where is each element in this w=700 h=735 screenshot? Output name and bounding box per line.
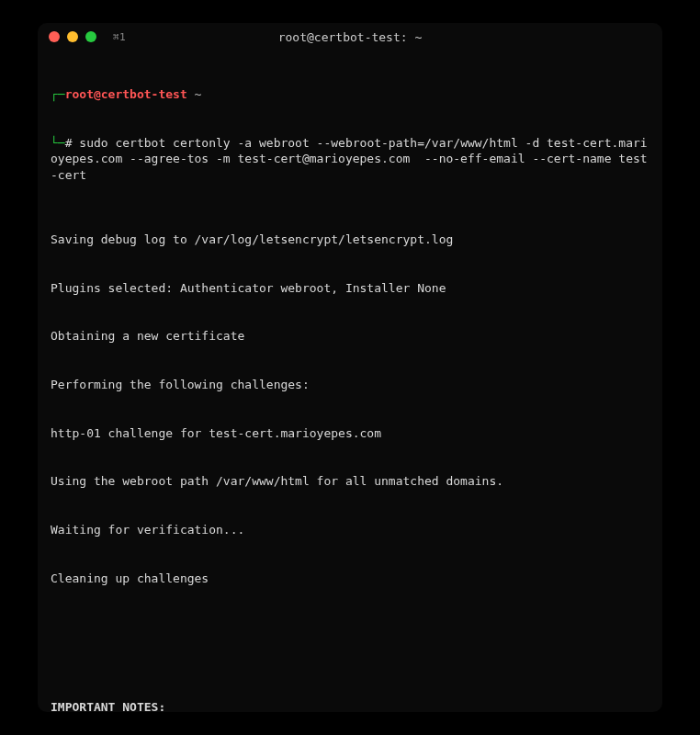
output-line: Performing the following challenges:	[51, 377, 649, 393]
prompt-marker-icon: ┌─	[51, 87, 65, 101]
prompt-user-host: root@certbot-test	[65, 87, 187, 101]
output-line: Plugins selected: Authenticator webroot,…	[51, 280, 649, 297]
prompt-hash: #	[65, 136, 80, 150]
blank-line	[51, 635, 649, 651]
output-line: Saving debug log to /var/log/letsencrypt…	[51, 232, 649, 248]
output-line: Using the webroot path /var/www/html for…	[51, 473, 649, 490]
command-text: sudo certbot certonly -a webroot --webro…	[51, 136, 648, 182]
prompt-path: ~	[187, 87, 202, 101]
tab-shortcut-label: ⌘1	[113, 31, 126, 43]
notes-header: IMPORTANT NOTES:	[51, 699, 649, 712]
terminal-body[interactable]: ┌─root@certbot-test ~ └─# sudo certbot c…	[38, 51, 662, 712]
command-line: └─# sudo certbot certonly -a webroot --w…	[51, 135, 649, 184]
output-line: http-01 challenge for test-cert.marioyep…	[51, 425, 649, 442]
output-line: Cleaning up challenges	[51, 571, 649, 587]
titlebar: ⌘1 root@certbot-test: ~	[38, 23, 662, 51]
minimize-icon[interactable]	[67, 31, 78, 42]
terminal-window: ⌘1 root@certbot-test: ~ ┌─root@certbot-t…	[38, 23, 662, 712]
prompt-marker-icon: └─	[51, 136, 65, 150]
maximize-icon[interactable]	[85, 31, 96, 42]
traffic-lights	[49, 31, 96, 42]
window-title: root@certbot-test: ~	[38, 30, 662, 44]
output-line: Waiting for verification...	[51, 522, 649, 538]
close-icon[interactable]	[49, 31, 60, 42]
prompt-line: ┌─root@certbot-test ~	[51, 86, 649, 103]
output-line: Obtaining a new certificate	[51, 328, 649, 345]
